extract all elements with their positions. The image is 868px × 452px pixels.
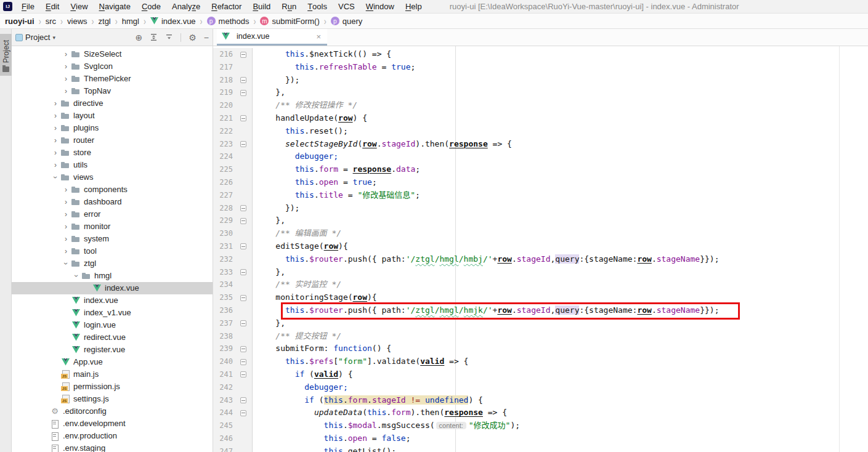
tree-item-redirect-vue[interactable]: redirect.vue: [12, 331, 213, 344]
tree-item-permission-js[interactable]: permission.js: [12, 381, 213, 393]
code-line-238[interactable]: 238 /** 提交按钮 */: [213, 330, 868, 343]
tree-item-layout[interactable]: ›layout: [12, 110, 213, 122]
tree-item-index-vue[interactable]: index.vue: [12, 282, 213, 294]
settings-gear-icon[interactable]: ⚙: [189, 33, 197, 42]
tree-item-dashboard[interactable]: ›dashboard: [12, 196, 213, 208]
gutter-fold-column[interactable]: [233, 368, 253, 381]
menu-item-build[interactable]: Build: [247, 0, 276, 14]
tree-item-system[interactable]: ›system: [12, 233, 213, 245]
fold-open-icon[interactable]: [240, 371, 246, 377]
fold-close-icon[interactable]: [240, 90, 246, 96]
code-line-230[interactable]: 230 /** 编辑画面 */: [213, 227, 868, 240]
chevron-collapsed-icon[interactable]: ›: [61, 75, 71, 83]
tree-item--env-development[interactable]: .env.development: [12, 418, 213, 430]
tree-item-login-vue[interactable]: login.vue: [12, 319, 213, 331]
tree-item-tool[interactable]: ›tool: [12, 245, 213, 257]
gutter-fold-column[interactable]: [233, 138, 253, 151]
menu-item-edit[interactable]: Edit: [40, 0, 65, 14]
chevron-collapsed-icon[interactable]: ›: [51, 99, 60, 108]
tree-item-store[interactable]: ›store: [12, 147, 213, 159]
tree-item-main-js[interactable]: main.js: [12, 368, 213, 381]
locate-file-icon[interactable]: ⊕: [136, 33, 143, 42]
tree-item-index-v1-vue[interactable]: index_v1.vue: [12, 307, 213, 319]
gutter-fold-column[interactable]: [233, 227, 253, 240]
fold-open-icon[interactable]: [240, 115, 246, 121]
code-line-235[interactable]: 235 monitoringStage(row){: [213, 291, 868, 304]
breadcrumb-item[interactable]: ruoyi-ui: [5, 17, 34, 26]
gutter-fold-column[interactable]: [233, 48, 253, 61]
gutter-fold-column[interactable]: [233, 189, 253, 202]
gutter-fold-column[interactable]: [233, 355, 253, 368]
gutter-fold-column[interactable]: [233, 291, 253, 304]
gutter-fold-column[interactable]: [233, 214, 253, 227]
gutter-fold-column[interactable]: [233, 330, 253, 343]
expand-all-icon[interactable]: [150, 33, 158, 41]
fold-open-icon[interactable]: [240, 243, 246, 249]
chevron-collapsed-icon[interactable]: ›: [61, 87, 71, 95]
gutter-fold-column[interactable]: [233, 176, 253, 189]
gutter-fold-column[interactable]: [233, 61, 253, 74]
code-line-225[interactable]: 225 this.form = response.data;: [213, 163, 868, 176]
code-editor[interactable]: 216 this.$nextTick(() => {217 this.refre…: [213, 46, 868, 452]
tree-item--editorconfig[interactable]: ⚙.editorconfig: [12, 405, 213, 418]
chevron-collapsed-icon[interactable]: ›: [61, 210, 71, 219]
code-line-247[interactable]: 247 this.getList();: [213, 445, 868, 452]
tree-item-svgicon[interactable]: ›SvgIcon: [12, 60, 213, 73]
menu-item-window[interactable]: Window: [360, 0, 400, 14]
code-line-233[interactable]: 233 },: [213, 266, 868, 279]
fold-open-icon[interactable]: [240, 346, 246, 352]
gutter-fold-column[interactable]: [233, 304, 253, 317]
tree-item-utils[interactable]: ›utils: [12, 159, 213, 171]
collapse-all-icon[interactable]: [165, 33, 173, 41]
chevron-collapsed-icon[interactable]: ›: [51, 111, 60, 120]
menu-item-vcs[interactable]: VCS: [333, 0, 360, 14]
gutter-fold-column[interactable]: [233, 150, 253, 163]
project-panel-title[interactable]: Project: [25, 33, 50, 42]
tree-item-index-vue[interactable]: index.vue: [12, 294, 213, 307]
menu-item-code[interactable]: Code: [136, 0, 166, 14]
chevron-collapsed-icon[interactable]: ›: [51, 148, 60, 157]
code-line-237[interactable]: 237 },: [213, 317, 868, 330]
chevron-collapsed-icon[interactable]: ›: [61, 222, 71, 231]
tree-item-hmgl[interactable]: ›hmgl: [12, 270, 213, 282]
tree-item-error[interactable]: ›error: [12, 208, 213, 220]
gutter-fold-column[interactable]: [233, 202, 253, 215]
code-line-242[interactable]: 242 debugger;: [213, 381, 868, 394]
code-line-245[interactable]: 245 this.$modal.msgSuccess(content:"修改成功…: [213, 419, 868, 432]
breadcrumb-item[interactable]: index.vue: [150, 17, 196, 26]
code-line-240[interactable]: 240 this.$refs["form"].validate(valid =>…: [213, 355, 868, 368]
code-line-236[interactable]: 236 this.$router.push({ path:'/ztgl/hmgl…: [213, 304, 868, 317]
stripe-tab-project[interactable]: Project: [0, 34, 12, 76]
chevron-expanded-icon[interactable]: ›: [72, 271, 81, 281]
fold-close-icon[interactable]: [240, 77, 246, 83]
fold-close-icon[interactable]: [240, 205, 246, 211]
gutter-fold-column[interactable]: [233, 266, 253, 279]
menu-item-help[interactable]: Help: [400, 0, 428, 14]
code-line-223[interactable]: 223 selectStageById(row.stageId).then(re…: [213, 138, 868, 151]
breadcrumb-item[interactable]: hmgl: [122, 17, 139, 26]
gutter-fold-column[interactable]: [233, 240, 253, 253]
editor-tab-indexvue[interactable]: index.vue ×: [217, 29, 327, 46]
gutter-fold-column[interactable]: [233, 317, 253, 330]
code-line-221[interactable]: 221 handleUpdate(row) {: [213, 112, 868, 125]
code-line-218[interactable]: 218 });: [213, 74, 868, 87]
code-line-229[interactable]: 229 },: [213, 214, 868, 227]
fold-open-icon[interactable]: [240, 141, 246, 147]
code-line-220[interactable]: 220 /** 修改按钮操作 */: [213, 99, 868, 112]
code-line-228[interactable]: 228 });: [213, 202, 868, 215]
code-line-224[interactable]: 224 debugger;: [213, 150, 868, 163]
chevron-expanded-icon[interactable]: ›: [62, 259, 70, 268]
code-line-222[interactable]: 222 this.reset();: [213, 125, 868, 138]
fold-open-icon[interactable]: [240, 359, 246, 365]
gutter-fold-column[interactable]: [233, 86, 253, 99]
code-line-243[interactable]: 243 if (this.form.stageId != undefined) …: [213, 394, 868, 407]
breadcrumb-item[interactable]: msubmitForm(): [260, 17, 319, 26]
code-line-217[interactable]: 217 this.refreshTable = true;: [213, 61, 868, 74]
fold-open-icon[interactable]: [240, 52, 246, 58]
code-line-234[interactable]: 234 /** 实时监控 */: [213, 278, 868, 291]
chevron-collapsed-icon[interactable]: ›: [61, 247, 71, 256]
breadcrumb-item[interactable]: pquery: [331, 17, 363, 26]
code-line-226[interactable]: 226 this.open = true;: [213, 176, 868, 189]
tree-item--env-staging[interactable]: .env.staging: [12, 442, 213, 452]
fold-close-icon[interactable]: [240, 218, 246, 224]
